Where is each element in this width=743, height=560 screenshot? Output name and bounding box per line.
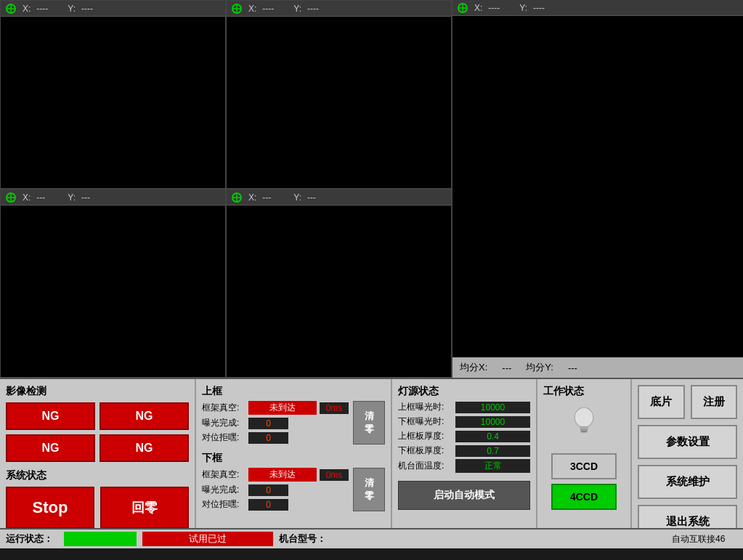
main-container: X: ---- Y: ---- X: [0, 0, 743, 560]
lower-thick-row: 下框板厚度: 0.7 [398, 445, 530, 457]
status-bar: 运行状态： 试用已过 机台型号： 自动互联接 46 [0, 528, 743, 548]
camera-top-left-view [1, 17, 225, 188]
trial-text: 试用已过 [142, 532, 273, 546]
panel-right: 底片 注册 参数设置 系统维护 退出系统 [632, 379, 743, 528]
svg-rect-16 [580, 426, 588, 429]
lower-frame-title: 下框 [202, 452, 385, 465]
ng-button-4[interactable]: NG [100, 434, 189, 462]
panel-left: 影像检测 NG NG NG NG 系统状态 Stop 回零 [0, 379, 196, 528]
top-cameras-row: X: ---- Y: ---- X: [0, 0, 452, 189]
cam-tr-x: ---- [488, 3, 513, 13]
upper-frame-rows: 框架真空: 未到达 0ms 曝光完成: 0 对位拒嘿: 0 [202, 401, 349, 446]
work-state-title: 工作状态 [543, 385, 584, 398]
cameras-wrapper: X: ---- Y: ---- X: [0, 0, 743, 378]
ccd4-button[interactable]: 4CCD [551, 484, 617, 510]
svg-rect-17 [580, 429, 588, 431]
ng-button-1[interactable]: NG [6, 402, 95, 430]
upper-thick-val: 0.4 [455, 431, 530, 442]
upper-vacuum-row: 框架真空: 未到达 0ms [202, 401, 349, 415]
avg-y-label: 均分Y: [526, 361, 553, 374]
reset-button[interactable]: 回零 [100, 487, 189, 529]
lower-frame-wrapper: 框架真空: 未到达 0ms 曝光完成: 0 对位拒嘿: 0 [202, 468, 385, 513]
camera-bot-left-header: X: --- Y: --- [1, 190, 225, 206]
upper-exp-row: 上框曝光时: 10000 [398, 401, 530, 413]
camera-top-mid-view [227, 17, 451, 188]
lower-frame-section: 下框 框架真空: 未到达 0ms 曝光完成: 0 对位拒嘿: [202, 452, 385, 513]
upper-thick-label: 上框板厚度: [398, 430, 452, 442]
camera-bot-left: X: --- Y: --- [0, 189, 226, 378]
params-button[interactable]: 参数设置 [638, 425, 737, 459]
machine-type-label: 机台型号： [279, 532, 352, 545]
panel-work: 工作状态 3CCD 4CCD [537, 379, 632, 528]
cam-bm-y: --- [307, 192, 333, 203]
film-button[interactable]: 底片 [638, 385, 685, 419]
stop-button[interactable]: Stop [6, 487, 94, 529]
avg-x-val: --- [502, 362, 511, 373]
camera-top-left: X: ---- Y: ---- [0, 0, 226, 189]
ng-button-2[interactable]: NG [100, 402, 189, 430]
ccd3-button[interactable]: 3CCD [551, 453, 617, 479]
upper-align-label: 对位拒嘿: [202, 431, 245, 444]
lower-exp-row: 下框曝光时: 10000 [398, 415, 530, 428]
lower-exposure-label: 曝光完成: [202, 484, 245, 496]
svg-point-15 [574, 407, 593, 427]
upper-frame-section: 上框 框架真空: 未到达 0ms 曝光完成: 0 对位拒嘿: [202, 385, 385, 446]
stats-bar: 均分X: --- 均分Y: --- [452, 357, 743, 378]
camera-top-mid-header: X: ---- Y: ---- [227, 1, 451, 17]
upper-exp-val: 10000 [455, 402, 530, 413]
right-col: X: ---- Y: ---- 均分X: --- 均分Y: --- [452, 0, 743, 378]
lower-frame-rows: 框架真空: 未到达 0ms 曝光完成: 0 对位拒嘿: 0 [202, 468, 349, 513]
upper-exp-label: 上框曝光时: [398, 401, 452, 413]
auto-mode-button[interactable]: 启动自动模式 [398, 481, 530, 510]
upper-align-row: 对位拒嘿: 0 [202, 431, 349, 444]
lower-vacuum-row: 框架真空: 未到达 0ms [202, 468, 349, 482]
upper-exposure-label: 曝光完成: [202, 417, 245, 429]
machine-temp-row: 机台面温度: 正常 [398, 459, 530, 473]
crosshair-icon-2 [231, 3, 243, 15]
machine-temp-label: 机台面温度: [398, 460, 452, 472]
lower-vacuum-status: 未到达 [248, 468, 317, 482]
run-state-value [64, 532, 137, 546]
bottom-cameras-row: X: --- Y: --- X: [0, 189, 452, 378]
lower-vacuum-label: 框架真空: [202, 468, 245, 481]
upper-frame-title: 上框 [202, 385, 385, 398]
panel-middle: 上框 框架真空: 未到达 0ms 曝光完成: 0 对位拒嘿: [196, 379, 392, 528]
bottom-panel: 影像检测 NG NG NG NG 系统状态 Stop 回零 上框 [0, 378, 743, 528]
lower-clear-button[interactable]: 清零 [353, 468, 385, 511]
lower-exposure-val: 0 [248, 484, 288, 496]
crosshair-icon [5, 3, 17, 15]
upper-align-val: 0 [248, 432, 288, 444]
camera-top-mid: X: ---- Y: ---- [226, 0, 452, 189]
camera-bot-mid: X: --- Y: --- [226, 189, 452, 378]
camera-bot-mid-view [227, 206, 451, 377]
lower-thick-label: 下框板厚度: [398, 445, 452, 457]
camera-top-left-header: X: ---- Y: ---- [1, 1, 225, 17]
machine-temp-val: 正常 [455, 459, 530, 473]
crosshair-icon-3 [5, 192, 17, 203]
upper-exposure-val: 0 [248, 418, 288, 429]
cam-tl-y: ---- [81, 4, 107, 14]
bulb-icon [566, 404, 602, 447]
cam-tm-x: ---- [262, 4, 288, 14]
upper-vacuum-time: 0ms [320, 402, 349, 414]
upper-vacuum-status: 未到达 [248, 401, 317, 415]
register-button[interactable]: 注册 [691, 385, 738, 419]
ng-button-3[interactable]: NG [6, 434, 95, 462]
lower-exp-label: 下框曝光时: [398, 415, 452, 428]
image-detection-title: 影像检测 [6, 385, 189, 398]
avg-x-label: 均分X: [460, 361, 487, 374]
upper-clear-button[interactable]: 清零 [353, 401, 385, 445]
cam-bl-x: --- [36, 192, 62, 203]
panel-light: 灯源状态 上框曝光时: 10000 下框曝光时: 10000 上框板厚度: 0.… [392, 379, 537, 528]
camera-right-large-view [452, 16, 743, 357]
lower-exposure-row: 曝光完成: 0 [202, 484, 349, 496]
lower-exp-val: 10000 [455, 416, 530, 428]
crosshair-icon-4 [231, 192, 243, 203]
lower-vacuum-time: 0ms [320, 469, 349, 481]
ng-grid: NG NG NG NG [6, 402, 189, 462]
maintenance-button[interactable]: 系统维护 [638, 465, 737, 499]
company-label: 自动互联接 [628, 533, 715, 545]
run-state-label: 运行状态： [6, 532, 64, 545]
camera-bot-mid-header: X: --- Y: --- [227, 190, 451, 206]
cam-tm-y: ---- [307, 4, 333, 14]
